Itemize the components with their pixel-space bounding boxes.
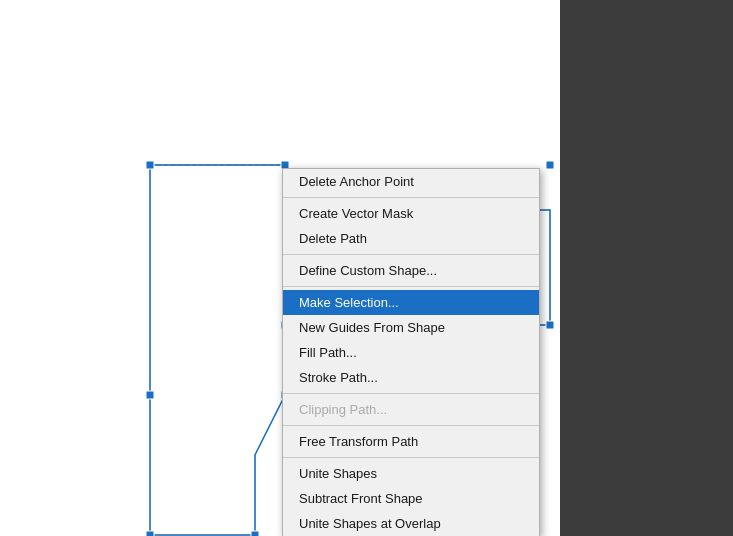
menu-separator — [283, 254, 539, 255]
menu-item-clipping-path: Clipping Path... — [283, 397, 539, 422]
menu-separator — [283, 393, 539, 394]
menu-item-unite-shapes[interactable]: Unite Shapes — [283, 461, 539, 486]
menu-item-make-selection[interactable]: Make Selection... — [283, 290, 539, 315]
menu-item-new-guides-from-shape[interactable]: New Guides From Shape — [283, 315, 539, 340]
menu-item-stroke-path[interactable]: Stroke Path... — [283, 365, 539, 390]
dark-panel — [560, 0, 733, 536]
menu-item-free-transform-path[interactable]: Free Transform Path — [283, 429, 539, 454]
menu-separator — [283, 425, 539, 426]
menu-separator — [283, 286, 539, 287]
menu-item-unite-shapes-overlap[interactable]: Unite Shapes at Overlap — [283, 511, 539, 536]
menu-item-fill-path[interactable]: Fill Path... — [283, 340, 539, 365]
menu-item-subtract-front-shape[interactable]: Subtract Front Shape — [283, 486, 539, 511]
menu-separator — [283, 457, 539, 458]
menu-item-define-custom-shape[interactable]: Define Custom Shape... — [283, 258, 539, 283]
menu-item-delete-anchor-point[interactable]: Delete Anchor Point — [283, 169, 539, 194]
menu-item-delete-path[interactable]: Delete Path — [283, 226, 539, 251]
menu-item-create-vector-mask[interactable]: Create Vector Mask — [283, 201, 539, 226]
context-menu: Delete Anchor PointCreate Vector MaskDel… — [282, 168, 540, 536]
menu-separator — [283, 197, 539, 198]
